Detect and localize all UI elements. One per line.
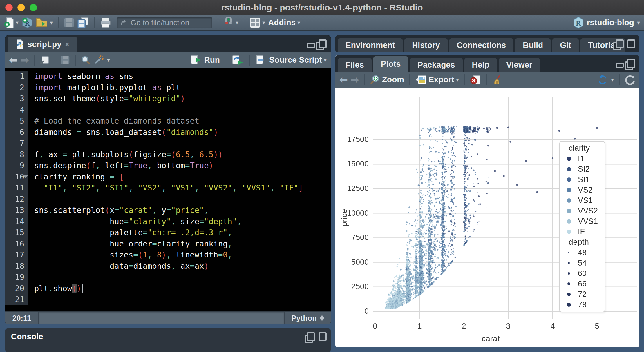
line-number: 9 <box>5 160 28 171</box>
legend-dot-icon <box>567 209 571 213</box>
code-line[interactable]: 1import seaborn as sns <box>5 71 331 82</box>
code-line[interactable]: 4 <box>5 104 331 116</box>
console-pane: Console <box>5 328 331 352</box>
maximize-pane-icon[interactable] <box>627 39 635 48</box>
restore-pane-icon[interactable] <box>307 332 315 341</box>
minimize-pane-icon[interactable] <box>307 43 315 48</box>
code-text <box>28 138 34 149</box>
tab-build[interactable]: Build <box>515 38 551 52</box>
code-line[interactable]: 11 "I1", "SI2", "SI1", "VS2", "VS1", "VV… <box>5 182 331 194</box>
back-icon[interactable]: ⬅ <box>9 55 18 65</box>
code-line[interactable]: 10clarity_ranking = [ <box>5 171 331 183</box>
legend-entry-label: VS1 <box>578 196 593 205</box>
code-line[interactable]: 7 <box>5 138 331 149</box>
tab-label: Tutorial <box>588 41 617 50</box>
publish-plot-icon[interactable] <box>597 74 608 85</box>
code-line[interactable]: 15 palette="ch:r=-.2,d=.3_r", <box>5 227 331 238</box>
project-menu[interactable]: R rstudio-blog ▾ <box>573 17 640 29</box>
previous-plot-icon[interactable]: ⬅ <box>339 75 348 85</box>
code-line[interactable]: 21 <box>5 294 331 305</box>
run-label: Run <box>204 55 220 65</box>
code-line[interactable]: 9sns.despine(f, left=True, bottom=True) <box>5 160 331 171</box>
open-in-window-icon[interactable] <box>40 55 50 65</box>
open-file-button[interactable]: ▾ <box>36 17 53 28</box>
console-header[interactable]: Console <box>5 328 331 345</box>
tab-environment[interactable]: Environment <box>338 38 403 52</box>
next-plot-icon[interactable]: ➡ <box>351 75 359 85</box>
legend-dot-icon <box>567 303 571 307</box>
code-tools-wand-icon[interactable] <box>94 55 104 65</box>
language-mode-selector[interactable]: Python <box>284 312 331 324</box>
maximize-pane-icon[interactable] <box>627 59 635 68</box>
code-line[interactable]: 18 data=diamonds, ax=ax) <box>5 261 331 272</box>
tab-script-py[interactable]: script.py × <box>8 37 77 52</box>
rerun-icon[interactable] <box>232 55 244 65</box>
line-number: 20 <box>5 283 28 294</box>
tab-plots[interactable]: Plots <box>373 56 408 72</box>
maximize-pane-icon[interactable] <box>319 332 327 341</box>
source-script-button[interactable]: Source Script ▾ <box>256 55 327 65</box>
forward-icon[interactable]: ➡ <box>21 55 29 65</box>
code-line[interactable]: 5# Load the example diamonds dataset <box>5 115 331 127</box>
code-editor[interactable]: 1import seaborn as sns2import matplotlib… <box>5 68 331 311</box>
restore-pane-icon[interactable] <box>616 39 624 48</box>
code-line[interactable]: 6diamonds = sns.load_dataset("diamonds") <box>5 127 331 138</box>
code-line[interactable]: 20plt.show() <box>5 283 331 294</box>
code-line[interactable]: 12 <box>5 194 331 205</box>
legend-entry: VS1 <box>560 195 605 206</box>
workspace-panes-button[interactable]: ▾ <box>249 17 265 28</box>
tab-packages[interactable]: Packages <box>410 58 462 72</box>
remove-plot-icon[interactable] <box>470 74 481 85</box>
version-control-button[interactable]: ▾ <box>223 17 238 28</box>
tab-git[interactable]: Git <box>552 38 579 52</box>
cursor-position[interactable]: 20:11 <box>5 312 39 324</box>
refresh-plot-icon[interactable] <box>625 75 635 85</box>
zoom-plot-button[interactable]: Zoom <box>370 75 404 85</box>
toolbar-separator <box>34 55 35 66</box>
x-axis-label: carat <box>482 334 500 343</box>
language-mode-label: Python <box>291 314 317 323</box>
code-line[interactable]: 16 hue_order=clarity_ranking, <box>5 238 331 250</box>
fold-arrow-icon[interactable] <box>23 175 28 178</box>
code-text <box>28 104 34 116</box>
close-tab-icon[interactable]: × <box>65 40 69 49</box>
y-tick-label: 5000 <box>337 258 369 267</box>
tab-history[interactable]: History <box>404 38 447 52</box>
code-line[interactable]: 2import matplotlib.pyplot as plt <box>5 82 331 93</box>
print-icon <box>100 17 111 28</box>
maximize-pane-icon[interactable] <box>319 39 327 48</box>
save-icon[interactable] <box>61 55 70 65</box>
clear-plots-broom-icon[interactable] <box>492 74 503 85</box>
code-line[interactable]: 14 hue="clarity", size="depth", <box>5 216 331 227</box>
run-button[interactable]: Run <box>191 55 220 65</box>
tab-viewer[interactable]: Viewer <box>499 58 540 72</box>
addins-menu[interactable]: Addins ▾ <box>268 18 300 27</box>
goto-file-search[interactable] <box>117 17 212 28</box>
code-text: sns.set_theme(style="whitegrid") <box>28 93 185 104</box>
code-line[interactable]: 13sns.scatterplot(x="carat", y="price", <box>5 205 331 216</box>
project-cube-icon: R <box>573 17 584 29</box>
save-all-button[interactable] <box>77 17 89 28</box>
export-plot-button[interactable]: Export ▾ <box>415 75 459 85</box>
print-button[interactable] <box>100 17 111 28</box>
line-number: 13 <box>5 205 28 216</box>
legend-entry: 60 <box>560 268 605 279</box>
tab-files[interactable]: Files <box>338 58 372 72</box>
language-spinner-icon <box>320 315 324 321</box>
new-file-button[interactable]: ▾ <box>4 17 19 28</box>
plot-canvas-area[interactable]: price carat clarityI1SI2SI1VS2VS1VVS2VVS… <box>335 88 639 347</box>
tab-help[interactable]: Help <box>464 58 497 72</box>
new-project-button[interactable]: R <box>21 17 33 28</box>
minimize-pane-icon[interactable] <box>616 63 624 68</box>
goto-arrow-icon <box>120 19 128 26</box>
save-button[interactable] <box>64 17 74 28</box>
find-icon[interactable] <box>81 55 91 65</box>
code-line[interactable]: 17 sizes=(1, 8), linewidth=0, <box>5 249 331 261</box>
goto-file-input[interactable] <box>131 18 206 27</box>
code-line[interactable]: 8f, ax = plt.subplots(figsize=(6.5, 6.5)… <box>5 149 331 160</box>
code-line[interactable]: 3sns.set_theme(style="whitegrid") <box>5 93 331 104</box>
legend-dot-icon <box>567 177 571 182</box>
tab-connections[interactable]: Connections <box>449 38 514 52</box>
code-line[interactable]: 19 <box>5 272 331 283</box>
toolbar-separator <box>249 55 250 66</box>
